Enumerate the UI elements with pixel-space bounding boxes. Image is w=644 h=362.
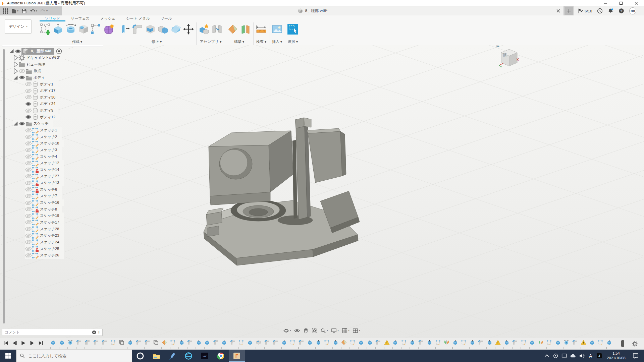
timeline-sketch-feature-icon[interactable] <box>598 340 603 345</box>
timeline-sketch-feature-icon[interactable] <box>435 340 441 345</box>
tray-volume-button[interactable] <box>577 353 586 359</box>
extension-badge[interactable]: 6/10 <box>578 8 592 14</box>
visibility-eye-off-icon[interactable] <box>25 155 32 159</box>
ribbon-group-label[interactable]: 挿入 ▾ <box>271 39 283 44</box>
3d-canvas[interactable]: Z X 前 ◀◀ ブラウザ ‖ 8、脛部 v48 ドキュメントの設定 ビュー管理… <box>0 45 644 338</box>
extrude-icon[interactable] <box>52 23 64 35</box>
timeline-fillet-feature-icon[interactable] <box>230 340 236 345</box>
timeline-fillet-feature-icon[interactable] <box>418 340 424 345</box>
timeline-sketch-feature-icon[interactable] <box>461 340 467 345</box>
timeline-warning-feature-icon[interactable] <box>384 340 390 345</box>
visibility-eye-off-icon[interactable] <box>25 233 32 238</box>
visibility-eye-off-icon[interactable] <box>25 108 32 113</box>
visibility-eye-off-icon[interactable] <box>25 253 32 257</box>
timeline-fillet-feature-icon[interactable] <box>145 340 150 345</box>
timeline-fillet-feature-icon[interactable] <box>512 340 518 345</box>
visibility-eye-on-icon[interactable] <box>18 121 25 126</box>
timeline-chamfer-feature-icon[interactable] <box>213 340 219 345</box>
timeline-fillet-feature-icon[interactable] <box>299 340 304 345</box>
step-back-button[interactable] <box>12 341 17 346</box>
ribbon-group-label[interactable]: 検査 ▾ <box>256 39 267 44</box>
tree-row[interactable]: ボディ9 <box>5 107 67 114</box>
viewports-button[interactable]: ▾ <box>353 328 360 334</box>
timeline-fillet-feature-icon[interactable] <box>375 340 381 345</box>
timeline-mirror-feature-icon[interactable] <box>444 340 449 345</box>
panel-grip[interactable]: ‖ <box>98 330 100 334</box>
browser-header[interactable]: ◀◀ ブラウザ ‖ <box>2 45 103 47</box>
timeline-fillet-feature-icon[interactable] <box>76 340 82 345</box>
action-center-icon[interactable] <box>629 353 642 359</box>
comments-bar[interactable]: コメント ‖ <box>2 329 103 336</box>
tree-row[interactable]: スケッチ18 <box>5 140 67 147</box>
visibility-eye-off-icon[interactable] <box>25 82 32 86</box>
visibility-eye-off-icon[interactable] <box>25 168 32 172</box>
timeline-sketch-feature-icon[interactable] <box>238 340 244 345</box>
timeline-plane-feature-icon[interactable] <box>162 340 167 345</box>
3d-scene[interactable] <box>0 45 644 338</box>
go-to-end-button[interactable] <box>38 341 43 346</box>
tree-row[interactable]: 8、脛部 v48 <box>5 48 67 55</box>
play-button[interactable] <box>21 341 26 346</box>
taskbar-opera-button[interactable] <box>132 350 148 362</box>
new-tab-button[interactable] <box>565 7 573 15</box>
visibility-eye-on-icon[interactable] <box>14 49 21 53</box>
timeline-fillet-feature-icon[interactable] <box>264 340 270 345</box>
press-pull-icon[interactable] <box>119 23 130 35</box>
expander-open-icon[interactable] <box>13 121 18 126</box>
visibility-eye-off-icon[interactable] <box>25 200 32 205</box>
tree-row[interactable]: スケッチ14 <box>5 167 67 173</box>
tree-row[interactable]: スケッチ27 <box>5 173 67 180</box>
timeline-extrude-feature-icon[interactable] <box>281 340 287 345</box>
3d-model[interactable] <box>204 118 360 265</box>
joint-icon[interactable] <box>211 23 223 35</box>
expander-open-icon[interactable] <box>13 75 18 80</box>
timeline-warning-feature-icon[interactable] <box>581 340 586 345</box>
timeline-settings-gear-icon[interactable] <box>632 341 638 347</box>
visibility-eye-on-icon[interactable] <box>18 75 25 80</box>
undo-button[interactable]: ▾ <box>30 7 37 15</box>
tab-close-icon[interactable] <box>556 8 561 13</box>
ribbon-group-label[interactable]: 選択 ▾ <box>287 39 299 44</box>
timeline-sketch-feature-icon[interactable] <box>170 340 176 345</box>
visibility-eye-off-icon[interactable] <box>25 240 32 244</box>
timeline-extrude-feature-icon[interactable] <box>307 340 313 345</box>
timeline-plane-feature-icon[interactable] <box>341 340 347 345</box>
file-button[interactable]: ▾ <box>11 7 18 15</box>
tray-ime-j-button[interactable]: J <box>595 353 603 359</box>
expander-closed-icon[interactable] <box>13 69 18 73</box>
timeline-extrude-feature-icon[interactable] <box>196 340 202 345</box>
minimize-panel-icon[interactable] <box>93 45 97 46</box>
visibility-eye-off-icon[interactable] <box>25 194 32 198</box>
timeline-extrude-feature-icon[interactable] <box>452 340 458 345</box>
tree-row[interactable]: スケッチ7 <box>5 193 67 199</box>
create-sketch-icon[interactable] <box>40 23 51 35</box>
visibility-eye-off-icon[interactable] <box>25 187 32 192</box>
revolve-icon[interactable] <box>65 23 76 35</box>
tree-row[interactable]: スケッチ12 <box>5 160 67 167</box>
tree-row[interactable]: スケッチ24 <box>5 239 67 246</box>
timeline-extrude-feature-icon[interactable] <box>504 340 509 345</box>
tree-row[interactable]: ボディ17 <box>5 87 67 94</box>
tray-chevron-up-button[interactable] <box>542 353 551 359</box>
fit-view-button[interactable] <box>312 328 317 334</box>
pan-button[interactable] <box>303 328 309 334</box>
timeline-fillet-feature-icon[interactable] <box>273 340 278 345</box>
visibility-eye-off-icon[interactable] <box>25 161 32 165</box>
taskbar-snip-button[interactable] <box>164 350 180 362</box>
app-grid-button[interactable] <box>3 7 8 15</box>
tree-row[interactable]: スケッチ16 <box>5 199 67 206</box>
timeline-extrude-feature-icon[interactable] <box>221 340 227 345</box>
timeline-extrude-feature-icon[interactable] <box>410 340 415 345</box>
timeline-sketch-feature-icon[interactable] <box>324 340 330 345</box>
axis-icon[interactable] <box>240 23 251 35</box>
ribbon-tab-item[interactable]: ツール <box>155 15 177 21</box>
expander-open-icon[interactable] <box>9 49 14 53</box>
visibility-eye-off-icon[interactable] <box>25 220 32 225</box>
taskbar-search[interactable] <box>16 350 132 362</box>
tree-row[interactable]: スケッチ23 <box>5 232 67 239</box>
timeline-extrude-feature-icon[interactable] <box>555 340 561 345</box>
tree-row[interactable]: スケッチ4 <box>5 153 67 160</box>
job-status-icon[interactable] <box>597 8 603 14</box>
timeline-end-marker[interactable] <box>621 340 624 347</box>
taskbar-vix-button[interactable]: ViX <box>197 350 213 362</box>
